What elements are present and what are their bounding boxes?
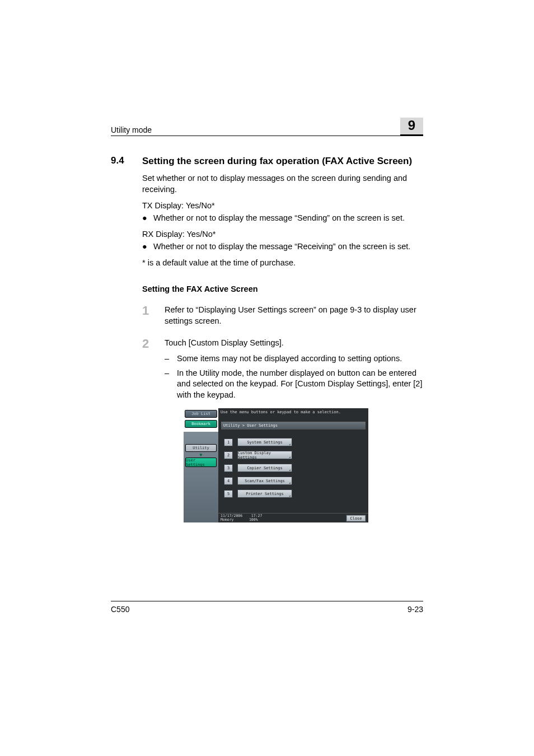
subheading: Setting the FAX Active Screen xyxy=(142,284,423,293)
menu-item-system-settings[interactable]: 1 System Settings xyxy=(224,438,368,446)
instruction-text: Use the menu buttons or keypad to make a… xyxy=(218,408,368,414)
footer-memory-label: Memory xyxy=(221,517,233,522)
device-left-bg: Utility ▼ User Settings xyxy=(184,432,218,522)
step-2-note-2: – In the Utility mode, the number displa… xyxy=(165,368,423,401)
bullet-icon: ● xyxy=(142,241,153,253)
menu-button-copier-settings[interactable]: Copier Settings xyxy=(237,464,292,472)
note-2-text: In the Utility mode, the number displaye… xyxy=(177,368,423,401)
footer-memory-value: 100% xyxy=(249,517,258,522)
rx-bullet-text: Whether or not to display the message “R… xyxy=(153,241,410,253)
job-list-tab[interactable]: Job List xyxy=(185,410,217,418)
bookmark-tab[interactable]: Bookmark xyxy=(185,420,217,428)
step-number-2: 2 xyxy=(142,338,165,350)
menu-number-1: 1 xyxy=(224,438,233,446)
breadcrumb-bar: Utility > User Settings xyxy=(221,421,366,430)
menu-number-5: 5 xyxy=(224,490,233,498)
default-note: * is a default value at the time of purc… xyxy=(142,258,423,269)
menu-number-2: 2 xyxy=(224,451,233,459)
menu-item-custom-display-settings[interactable]: 2 Custom Display Settings xyxy=(224,451,368,459)
tx-display-line: TX Display: Yes/No* xyxy=(142,200,423,212)
running-header: Utility mode 9 xyxy=(111,118,423,136)
menu-item-copier-settings[interactable]: 3 Copier Settings xyxy=(224,464,368,472)
step-2-text: Touch [Custom Display Settings]. xyxy=(165,338,423,350)
tx-bullet-text: Whether or not to display the message “S… xyxy=(153,213,405,224)
note-1-text: Some items may not be displayed accordin… xyxy=(177,353,402,365)
utility-button[interactable]: Utility xyxy=(185,444,217,452)
section-number: 9.4 xyxy=(111,155,142,167)
device-footer: 11/17/2006 17:27 Memory 100% Close xyxy=(218,513,368,522)
running-head-text: Utility mode xyxy=(111,125,152,134)
device-main-panel: Use the menu buttons or keypad to make a… xyxy=(218,408,368,522)
footer-page-number: 9-23 xyxy=(407,605,423,614)
step-1-text: Refer to “Displaying User Settings scree… xyxy=(165,305,423,326)
bullet-icon: ● xyxy=(142,213,153,224)
device-screenshot: Job List Bookmark Utility ▼ User Setting… xyxy=(184,408,368,522)
chapter-number-badge: 9 xyxy=(400,118,423,136)
page-footer: C550 9-23 xyxy=(111,601,423,614)
rx-bullet: ● Whether or not to display the message … xyxy=(142,241,423,253)
menu-list: 1 System Settings 2 Custom Display Setti… xyxy=(218,438,368,498)
intro-paragraph: Set whether or not to display messages o… xyxy=(142,173,423,195)
rx-display-line: RX Display: Yes/No* xyxy=(142,229,423,240)
menu-button-printer-settings[interactable]: Printer Settings xyxy=(237,489,292,498)
device-left-panel: Job List Bookmark Utility ▼ User Setting… xyxy=(184,408,218,522)
section-title: Setting the screen during fax operation … xyxy=(142,155,412,167)
menu-button-system-settings[interactable]: System Settings xyxy=(237,438,292,446)
menu-button-custom-display-settings[interactable]: Custom Display Settings xyxy=(237,451,292,459)
dash-icon: – xyxy=(165,368,177,401)
menu-number-4: 4 xyxy=(224,477,233,485)
step-number-1: 1 xyxy=(142,305,165,326)
menu-item-scan-fax-settings[interactable]: 4 Scan/Fax Settings xyxy=(224,477,368,485)
tx-bullet: ● Whether or not to display the message … xyxy=(142,213,423,224)
footer-model: C550 xyxy=(111,605,129,614)
menu-item-printer-settings[interactable]: 5 Printer Settings xyxy=(224,489,368,498)
user-settings-button[interactable]: User Settings xyxy=(185,458,217,467)
down-arrow-icon: ▼ xyxy=(184,452,218,458)
dash-icon: – xyxy=(165,353,177,365)
close-button[interactable]: Close xyxy=(346,515,366,522)
menu-number-3: 3 xyxy=(224,464,233,472)
step-2-note-1: – Some items may not be displayed accord… xyxy=(165,353,423,365)
menu-button-scan-fax-settings[interactable]: Scan/Fax Settings xyxy=(237,477,292,485)
